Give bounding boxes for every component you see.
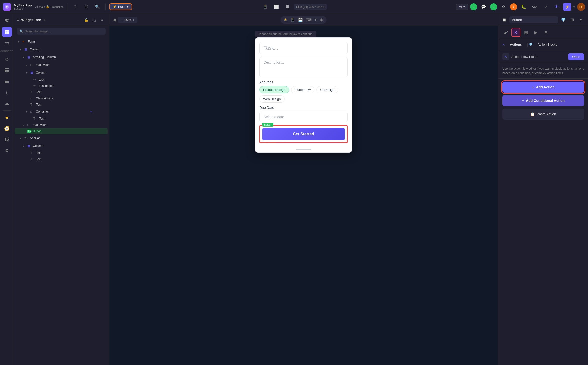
tree-item-text3[interactable]: T Text (15, 116, 108, 122)
tree-menu-btn[interactable]: ⋮ (100, 55, 105, 60)
tree-item-text1[interactable]: T Text (15, 89, 108, 95)
sidebar-item-table[interactable] (2, 66, 12, 76)
tree-item-button[interactable]: btn Button (15, 128, 108, 134)
sidebar-item-assets[interactable]: 🖼 (2, 135, 12, 145)
tree-add-btn[interactable]: + (94, 47, 99, 52)
tree-item-text4[interactable]: T Text (15, 150, 108, 156)
code-button[interactable]: </> (530, 2, 539, 12)
tree-item-scrolling-column[interactable]: ▾ ▦ scrolling_Column + ⋮ (15, 54, 108, 61)
version-selector[interactable]: v1 ▾ (456, 4, 468, 10)
actions-tab-blocks[interactable]: Action Blocks (534, 41, 561, 48)
lock-icon-btn[interactable]: 🔒 (83, 16, 90, 24)
tree-menu-btn[interactable]: ⋮ (100, 70, 105, 75)
tree-add-btn[interactable]: + (94, 55, 99, 60)
tree-add-btn[interactable]: + (94, 70, 99, 75)
paste-action-button[interactable]: 📋 Paste Action (502, 109, 584, 120)
collapse-panel-btn[interactable]: ◀ (113, 18, 116, 22)
zoom-in-btn[interactable]: + (132, 18, 135, 22)
command-button[interactable]: ⌘ (82, 2, 91, 12)
tree-item-text2[interactable]: T Text (15, 102, 108, 108)
sidebar-item-data[interactable]: 🗃 (2, 38, 12, 48)
tree-item-text5[interactable]: T Text (15, 156, 108, 162)
app-sync-status: Synced (14, 7, 32, 10)
tag-ui-design[interactable]: UI Design (316, 86, 338, 94)
mode-selector[interactable]: ⚡ Build ▾ (109, 4, 132, 10)
description-field[interactable]: Description... (259, 57, 348, 77)
sun-icon-btn[interactable]: ☀ (284, 18, 287, 22)
text-icon-btn[interactable]: T (315, 18, 317, 22)
tree-menu-btn[interactable]: ⋮ (100, 109, 105, 114)
tree-menu-btn[interactable]: ⋮ (100, 39, 105, 44)
add-action-button[interactable]: + Add Action (502, 82, 584, 93)
tree-item-column2[interactable]: ▾ ▦ Column + ⋮ (15, 69, 108, 76)
sidebar-item-starred[interactable]: ★ (2, 113, 12, 123)
sidebar-item-functions[interactable]: ƒ (2, 88, 12, 98)
export-button[interactable]: ↗ (541, 2, 550, 12)
tree-add-btn[interactable]: + (94, 136, 99, 141)
gem-icon-btn[interactable]: 💎 (560, 16, 567, 24)
tree-menu-btn[interactable]: ⋮ (100, 47, 105, 52)
tree-add-btn[interactable]: + (94, 62, 99, 68)
lightning-button[interactable]: ⚡ (563, 3, 571, 11)
sidebar-item-api[interactable]: ⚙ (2, 54, 12, 64)
actions-tab-btn[interactable] (511, 28, 520, 37)
tree-item-description[interactable]: ✏ description (15, 83, 108, 89)
widget-name-input[interactable] (509, 16, 558, 24)
task-field[interactable]: Task... (259, 42, 348, 54)
lightning-chevron[interactable]: ▾ (573, 4, 575, 9)
sidebar-item-integrations[interactable]: ☁ (2, 98, 12, 108)
code-tab-btn[interactable]: ⊞ (541, 28, 550, 37)
user-avatar[interactable]: FF (577, 3, 585, 11)
add-conditional-action-button[interactable]: + Add Conditional Action (502, 95, 584, 106)
tag-product-design[interactable]: Product Design (259, 86, 289, 94)
widget-search-input[interactable] (25, 30, 103, 33)
layout-tab-btn[interactable]: ▦ (521, 28, 530, 37)
sidebar-item-widgets[interactable] (2, 27, 12, 37)
save-icon-btn[interactable]: 💾 (298, 18, 303, 22)
sidebar-item-build[interactable]: 🏗 (2, 16, 12, 26)
tree-menu-btn[interactable]: ⋮ (100, 144, 105, 148)
tree-menu-btn[interactable]: ⋮ (100, 62, 105, 68)
help-button[interactable]: ? (71, 2, 80, 12)
tree-item-column1[interactable]: ▾ ▦ Column + ⋮ (15, 46, 108, 53)
play-tab-btn[interactable]: ▶ (531, 28, 540, 37)
tree-item-appbar[interactable]: ▾ ≡ AppBar + ⋮ (15, 134, 108, 142)
tree-item-choicechips[interactable]: ≈ ChoiceChips (15, 96, 108, 102)
search-button[interactable]: 🔍 (93, 2, 102, 12)
zoom-out-btn[interactable]: − (120, 18, 123, 22)
date-field[interactable]: Select a date (259, 112, 348, 122)
tree-item-form[interactable]: ▾ ≡ Form + ⋮ (15, 38, 108, 46)
tag-flutterflow[interactable]: FlutterFlow (291, 86, 314, 94)
sidebar-item-nav[interactable]: 🧭 (2, 124, 12, 134)
tree-add-btn[interactable]: + (94, 39, 99, 44)
tree-add-btn[interactable]: + (94, 109, 99, 114)
action-flow-open-btn[interactable]: Open (568, 54, 584, 60)
magic-icon-btn[interactable]: ✦ (577, 16, 584, 24)
comments-button[interactable]: 💬 (479, 2, 488, 12)
mobile-device-btn[interactable]: 📱 (261, 2, 270, 12)
tree-item-column3[interactable]: ▾ ▦ Column + ⋮ (15, 142, 108, 150)
tree-item-max-width1[interactable]: ▸ □ max-width + ⋮ (15, 61, 108, 69)
desktop-device-btn[interactable]: 🖥 (283, 2, 292, 12)
sidebar-item-settings[interactable]: ⚙ (2, 146, 12, 156)
tree-add-btn[interactable]: + (94, 144, 99, 148)
actions-tab-actions[interactable]: Actions (506, 41, 526, 48)
tag-web-design[interactable]: Web Design (259, 96, 285, 103)
bug-button[interactable]: 🐛 (519, 2, 528, 12)
align-icon-btn[interactable]: ≡ (99, 16, 106, 24)
tree-item-container[interactable]: ▾ □ Container ↖ + ⋮ (15, 108, 108, 116)
sidebar-item-list[interactable] (2, 76, 12, 86)
get-started-button[interactable]: Get Started (262, 128, 345, 140)
sync-button[interactable]: ⟳ (499, 2, 508, 12)
component-icon-btn[interactable]: ⊞ (569, 16, 576, 24)
phone-icon-btn[interactable]: 📱 (290, 18, 295, 22)
layout-icon-btn[interactable]: ⬚ (91, 16, 98, 24)
tree-item-task[interactable]: ✏ task (15, 77, 108, 83)
keyboard-icon-btn[interactable]: ⌨ (306, 18, 312, 22)
tree-item-max-width2[interactable]: ▸ □ max-width (15, 122, 108, 128)
properties-tab-btn[interactable]: 🖌 (501, 28, 510, 37)
responsive-icon-btn[interactable]: ⊕ (320, 17, 323, 23)
tablet-device-btn[interactable]: ⬜ (272, 2, 281, 12)
preview-button[interactable]: 👁 (552, 2, 561, 12)
tree-menu-btn[interactable]: ⋮ (100, 136, 105, 141)
